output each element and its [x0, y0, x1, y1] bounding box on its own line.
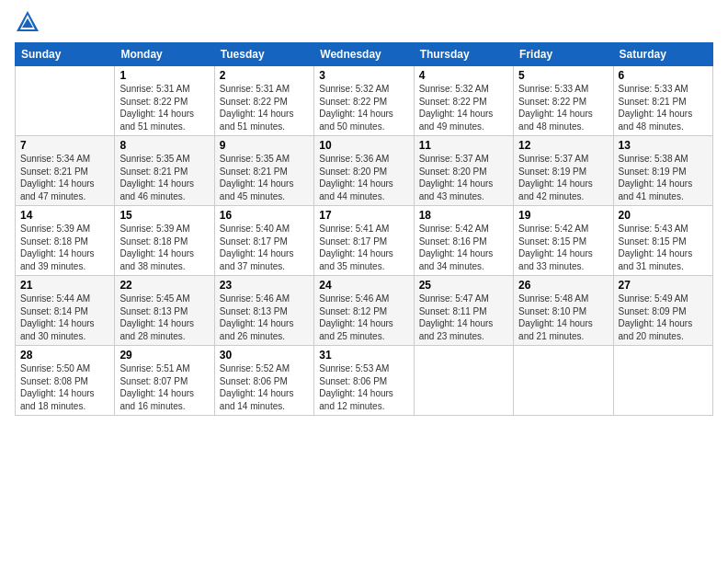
calendar-cell: 10Sunrise: 5:36 AMSunset: 8:20 PMDayligh…: [314, 136, 414, 206]
page: SundayMondayTuesdayWednesdayThursdayFrid…: [0, 0, 728, 425]
weekday-header: Monday: [115, 43, 214, 66]
day-number: 9: [220, 139, 309, 152]
calendar-cell: 29Sunrise: 5:51 AMSunset: 8:07 PMDayligh…: [115, 346, 214, 416]
calendar-cell: 25Sunrise: 5:47 AMSunset: 8:11 PMDayligh…: [414, 276, 513, 346]
calendar-cell: 7Sunrise: 5:34 AMSunset: 8:21 PMDaylight…: [16, 136, 115, 206]
day-number: 13: [619, 139, 708, 152]
calendar-cell: 26Sunrise: 5:48 AMSunset: 8:10 PMDayligh…: [514, 276, 613, 346]
header: [15, 9, 713, 35]
day-info: Sunrise: 5:46 AMSunset: 8:12 PMDaylight:…: [319, 293, 408, 342]
day-info: Sunrise: 5:48 AMSunset: 8:10 PMDaylight:…: [518, 293, 608, 342]
weekday-header: Friday: [514, 43, 613, 66]
day-number: 26: [518, 279, 608, 292]
calendar-cell: [16, 66, 115, 136]
day-info: Sunrise: 5:42 AMSunset: 8:16 PMDaylight:…: [419, 223, 508, 272]
calendar-cell: 1Sunrise: 5:31 AMSunset: 8:22 PMDaylight…: [115, 66, 214, 136]
day-number: 20: [619, 209, 708, 222]
day-number: 10: [319, 139, 408, 152]
day-info: Sunrise: 5:46 AMSunset: 8:13 PMDaylight:…: [220, 293, 309, 342]
day-info: Sunrise: 5:50 AMSunset: 8:08 PMDaylight:…: [20, 362, 109, 412]
calendar-table: SundayMondayTuesdayWednesdayThursdayFrid…: [15, 42, 713, 416]
day-number: 15: [119, 209, 209, 222]
day-number: 24: [319, 279, 408, 292]
calendar-cell: 31Sunrise: 5:53 AMSunset: 8:06 PMDayligh…: [314, 346, 414, 416]
day-number: 14: [20, 209, 109, 222]
calendar-week-row: 28Sunrise: 5:50 AMSunset: 8:08 PMDayligh…: [16, 346, 713, 416]
day-info: Sunrise: 5:37 AMSunset: 8:20 PMDaylight:…: [419, 153, 508, 202]
day-info: Sunrise: 5:34 AMSunset: 8:21 PMDaylight:…: [20, 153, 109, 202]
weekday-header: Wednesday: [314, 43, 414, 66]
weekday-header: Tuesday: [214, 43, 313, 66]
day-number: 3: [319, 69, 408, 82]
day-info: Sunrise: 5:38 AMSunset: 8:19 PMDaylight:…: [619, 153, 708, 202]
calendar-week-row: 14Sunrise: 5:39 AMSunset: 8:18 PMDayligh…: [16, 206, 713, 276]
day-number: 7: [20, 139, 109, 152]
day-info: Sunrise: 5:31 AMSunset: 8:22 PMDaylight:…: [220, 83, 309, 132]
logo-area: [15, 9, 44, 35]
day-info: Sunrise: 5:44 AMSunset: 8:14 PMDaylight:…: [20, 293, 109, 342]
calendar-cell: 3Sunrise: 5:32 AMSunset: 8:22 PMDaylight…: [314, 66, 414, 136]
weekday-header: Thursday: [414, 43, 513, 66]
day-number: 4: [419, 69, 508, 82]
day-info: Sunrise: 5:37 AMSunset: 8:19 PMDaylight:…: [518, 153, 608, 202]
day-info: Sunrise: 5:36 AMSunset: 8:20 PMDaylight:…: [319, 153, 408, 202]
calendar-cell: 13Sunrise: 5:38 AMSunset: 8:19 PMDayligh…: [613, 136, 712, 206]
day-number: 31: [319, 349, 408, 362]
day-number: 5: [518, 69, 608, 82]
day-number: 23: [220, 279, 309, 292]
day-number: 22: [119, 279, 209, 292]
calendar-cell: 24Sunrise: 5:46 AMSunset: 8:12 PMDayligh…: [314, 276, 414, 346]
calendar-cell: [414, 346, 513, 416]
day-info: Sunrise: 5:39 AMSunset: 8:18 PMDaylight:…: [20, 223, 109, 272]
day-number: 21: [20, 279, 109, 292]
day-info: Sunrise: 5:43 AMSunset: 8:15 PMDaylight:…: [619, 223, 708, 272]
calendar-week-row: 1Sunrise: 5:31 AMSunset: 8:22 PMDaylight…: [16, 66, 713, 136]
day-number: 2: [220, 69, 309, 82]
day-number: 11: [419, 139, 508, 152]
calendar-cell: 9Sunrise: 5:35 AMSunset: 8:21 PMDaylight…: [214, 136, 313, 206]
day-info: Sunrise: 5:51 AMSunset: 8:07 PMDaylight:…: [119, 362, 209, 412]
calendar-cell: [514, 346, 613, 416]
calendar-cell: 8Sunrise: 5:35 AMSunset: 8:21 PMDaylight…: [115, 136, 214, 206]
weekday-header: Sunday: [16, 43, 115, 66]
day-info: Sunrise: 5:35 AMSunset: 8:21 PMDaylight:…: [220, 153, 309, 202]
day-info: Sunrise: 5:35 AMSunset: 8:21 PMDaylight:…: [119, 153, 209, 202]
day-info: Sunrise: 5:40 AMSunset: 8:17 PMDaylight:…: [220, 223, 309, 272]
calendar-cell: 11Sunrise: 5:37 AMSunset: 8:20 PMDayligh…: [414, 136, 513, 206]
day-info: Sunrise: 5:47 AMSunset: 8:11 PMDaylight:…: [419, 293, 508, 342]
day-number: 18: [419, 209, 508, 222]
calendar-cell: 15Sunrise: 5:39 AMSunset: 8:18 PMDayligh…: [115, 206, 214, 276]
weekday-header-row: SundayMondayTuesdayWednesdayThursdayFrid…: [16, 43, 713, 66]
calendar-cell: 23Sunrise: 5:46 AMSunset: 8:13 PMDayligh…: [214, 276, 313, 346]
calendar-cell: 21Sunrise: 5:44 AMSunset: 8:14 PMDayligh…: [16, 276, 115, 346]
day-info: Sunrise: 5:31 AMSunset: 8:22 PMDaylight:…: [119, 83, 209, 132]
day-number: 30: [220, 349, 309, 362]
calendar-week-row: 21Sunrise: 5:44 AMSunset: 8:14 PMDayligh…: [16, 276, 713, 346]
calendar-week-row: 7Sunrise: 5:34 AMSunset: 8:21 PMDaylight…: [16, 136, 713, 206]
day-number: 1: [119, 69, 209, 82]
calendar-cell: 27Sunrise: 5:49 AMSunset: 8:09 PMDayligh…: [613, 276, 712, 346]
calendar-cell: [613, 346, 712, 416]
calendar-cell: 12Sunrise: 5:37 AMSunset: 8:19 PMDayligh…: [514, 136, 613, 206]
day-number: 27: [619, 279, 708, 292]
day-number: 8: [119, 139, 209, 152]
day-number: 19: [518, 209, 608, 222]
day-info: Sunrise: 5:32 AMSunset: 8:22 PMDaylight:…: [419, 83, 508, 132]
day-number: 12: [518, 139, 608, 152]
day-info: Sunrise: 5:42 AMSunset: 8:15 PMDaylight:…: [518, 223, 608, 272]
calendar-cell: 14Sunrise: 5:39 AMSunset: 8:18 PMDayligh…: [16, 206, 115, 276]
day-info: Sunrise: 5:53 AMSunset: 8:06 PMDaylight:…: [319, 362, 408, 412]
day-info: Sunrise: 5:39 AMSunset: 8:18 PMDaylight:…: [119, 223, 209, 272]
calendar-cell: 17Sunrise: 5:41 AMSunset: 8:17 PMDayligh…: [314, 206, 414, 276]
calendar-cell: 5Sunrise: 5:33 AMSunset: 8:22 PMDaylight…: [514, 66, 613, 136]
day-number: 25: [419, 279, 508, 292]
day-info: Sunrise: 5:41 AMSunset: 8:17 PMDaylight:…: [319, 223, 408, 272]
calendar-cell: 6Sunrise: 5:33 AMSunset: 8:21 PMDaylight…: [613, 66, 712, 136]
day-number: 28: [20, 349, 109, 362]
day-info: Sunrise: 5:52 AMSunset: 8:06 PMDaylight:…: [220, 362, 309, 412]
calendar-cell: 28Sunrise: 5:50 AMSunset: 8:08 PMDayligh…: [16, 346, 115, 416]
day-info: Sunrise: 5:33 AMSunset: 8:21 PMDaylight:…: [619, 83, 708, 132]
weekday-header: Saturday: [613, 43, 712, 66]
calendar-cell: 18Sunrise: 5:42 AMSunset: 8:16 PMDayligh…: [414, 206, 513, 276]
logo-icon: [15, 9, 40, 35]
